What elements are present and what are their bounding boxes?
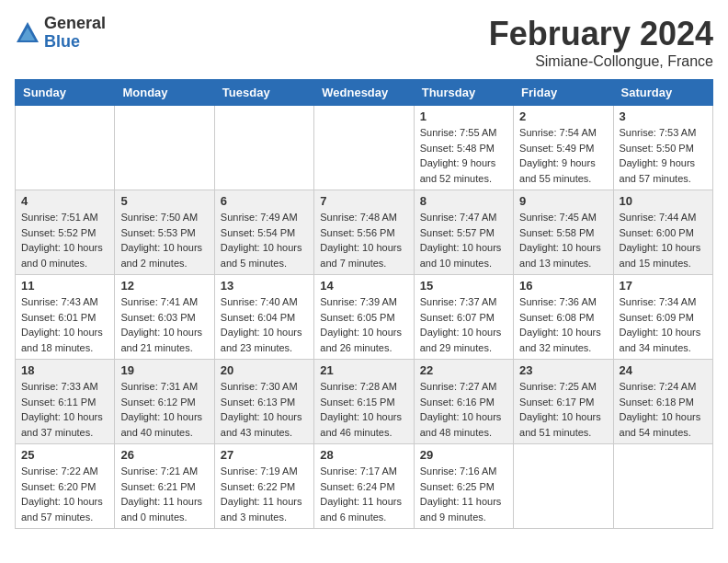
logo-text: General Blue [44,15,106,52]
calendar-cell: 13Sunrise: 7:40 AM Sunset: 6:04 PM Dayli… [214,275,313,360]
calendar-cell: 23Sunrise: 7:25 AM Sunset: 6:17 PM Dayli… [514,360,613,444]
day-number: 5 [120,194,208,208]
day-number: 13 [221,279,308,293]
day-info: Sunrise: 7:51 AM Sunset: 5:52 PM Dayligh… [21,210,108,270]
calendar-cell [115,106,214,190]
day-number: 11 [21,279,108,293]
day-info: Sunrise: 7:49 AM Sunset: 5:54 PM Dayligh… [221,210,308,270]
calendar-cell: 2Sunrise: 7:54 AM Sunset: 5:49 PM Daylig… [514,106,613,190]
day-info: Sunrise: 7:43 AM Sunset: 6:01 PM Dayligh… [21,294,108,355]
weekday-header-tuesday: Tuesday [214,80,313,106]
title-block: February 2024 Simiane-Collongue, France [489,15,713,70]
day-info: Sunrise: 7:34 AM Sunset: 6:09 PM Dayligh… [620,294,707,355]
calendar-week-3: 11Sunrise: 7:43 AM Sunset: 6:01 PM Dayli… [16,275,713,360]
day-info: Sunrise: 7:47 AM Sunset: 5:57 PM Dayligh… [420,210,507,270]
day-number: 23 [519,363,607,377]
day-number: 15 [420,279,507,293]
day-number: 3 [620,109,707,123]
day-info: Sunrise: 7:45 AM Sunset: 5:58 PM Dayligh… [519,210,607,270]
calendar-cell [314,106,414,190]
day-info: Sunrise: 7:36 AM Sunset: 6:08 PM Dayligh… [519,294,607,355]
weekday-header-sunday: Sunday [16,80,115,106]
logo: General Blue [15,15,106,52]
calendar-cell [16,106,115,190]
calendar-cell: 16Sunrise: 7:36 AM Sunset: 6:08 PM Dayli… [514,275,613,360]
calendar-cell: 4Sunrise: 7:51 AM Sunset: 5:52 PM Daylig… [16,190,115,275]
day-number: 8 [420,194,507,208]
calendar-week-1: 1Sunrise: 7:55 AM Sunset: 5:48 PM Daylig… [16,106,713,190]
day-number: 19 [120,363,208,377]
calendar-cell [214,106,313,190]
day-info: Sunrise: 7:30 AM Sunset: 6:13 PM Dayligh… [221,379,308,440]
day-info: Sunrise: 7:55 AM Sunset: 5:48 PM Dayligh… [420,125,507,186]
day-number: 21 [320,363,407,377]
logo-general-text: General [44,15,106,33]
calendar-cell: 6Sunrise: 7:49 AM Sunset: 5:54 PM Daylig… [214,190,313,275]
day-number: 24 [620,363,707,377]
day-number: 17 [620,279,707,293]
day-number: 9 [519,194,607,208]
day-info: Sunrise: 7:37 AM Sunset: 6:07 PM Dayligh… [420,294,507,355]
calendar-cell: 10Sunrise: 7:44 AM Sunset: 6:00 PM Dayli… [613,190,712,275]
weekday-header-row: SundayMondayTuesdayWednesdayThursdayFrid… [16,80,713,106]
day-number: 18 [21,363,108,377]
weekday-header-monday: Monday [115,80,214,106]
day-number: 7 [320,194,407,208]
day-number: 10 [620,194,707,208]
day-number: 25 [21,448,108,462]
calendar-cell: 9Sunrise: 7:45 AM Sunset: 5:58 PM Daylig… [514,190,613,275]
location: Simiane-Collongue, France [489,53,713,70]
weekday-header-friday: Friday [514,80,613,106]
weekday-header-thursday: Thursday [414,80,513,106]
day-info: Sunrise: 7:17 AM Sunset: 6:24 PM Dayligh… [320,464,407,524]
day-number: 20 [221,363,308,377]
calendar-cell: 26Sunrise: 7:21 AM Sunset: 6:21 PM Dayli… [115,444,214,529]
calendar-cell [514,444,613,529]
calendar-cell: 21Sunrise: 7:28 AM Sunset: 6:15 PM Dayli… [314,360,414,444]
day-info: Sunrise: 7:28 AM Sunset: 6:15 PM Dayligh… [320,379,407,440]
calendar-cell: 28Sunrise: 7:17 AM Sunset: 6:24 PM Dayli… [314,444,414,529]
calendar-week-5: 25Sunrise: 7:22 AM Sunset: 6:20 PM Dayli… [16,444,713,529]
day-info: Sunrise: 7:16 AM Sunset: 6:25 PM Dayligh… [420,464,507,524]
day-info: Sunrise: 7:33 AM Sunset: 6:11 PM Dayligh… [21,379,108,440]
calendar-cell: 17Sunrise: 7:34 AM Sunset: 6:09 PM Dayli… [613,275,712,360]
day-info: Sunrise: 7:21 AM Sunset: 6:21 PM Dayligh… [120,464,208,524]
day-number: 4 [21,194,108,208]
day-info: Sunrise: 7:24 AM Sunset: 6:18 PM Dayligh… [620,379,707,440]
logo-icon [15,20,40,46]
month-title: February 2024 [489,15,713,53]
day-number: 26 [120,448,208,462]
calendar-cell [613,444,712,529]
day-info: Sunrise: 7:50 AM Sunset: 5:53 PM Dayligh… [120,210,208,270]
day-number: 16 [519,279,607,293]
calendar-cell: 19Sunrise: 7:31 AM Sunset: 6:12 PM Dayli… [115,360,214,444]
header: General Blue February 2024 Simiane-Collo… [15,15,713,70]
day-number: 28 [320,448,407,462]
calendar-week-4: 18Sunrise: 7:33 AM Sunset: 6:11 PM Dayli… [16,360,713,444]
day-number: 14 [320,279,407,293]
calendar-cell: 24Sunrise: 7:24 AM Sunset: 6:18 PM Dayli… [613,360,712,444]
weekday-header-saturday: Saturday [613,80,712,106]
calendar-cell: 5Sunrise: 7:50 AM Sunset: 5:53 PM Daylig… [115,190,214,275]
day-info: Sunrise: 7:31 AM Sunset: 6:12 PM Dayligh… [120,379,208,440]
day-info: Sunrise: 7:39 AM Sunset: 6:05 PM Dayligh… [320,294,407,355]
day-number: 27 [221,448,308,462]
calendar-cell: 20Sunrise: 7:30 AM Sunset: 6:13 PM Dayli… [214,360,313,444]
calendar-cell: 1Sunrise: 7:55 AM Sunset: 5:48 PM Daylig… [414,106,513,190]
day-info: Sunrise: 7:40 AM Sunset: 6:04 PM Dayligh… [221,294,308,355]
calendar-cell: 27Sunrise: 7:19 AM Sunset: 6:22 PM Dayli… [214,444,313,529]
calendar-cell: 29Sunrise: 7:16 AM Sunset: 6:25 PM Dayli… [414,444,513,529]
calendar-cell: 8Sunrise: 7:47 AM Sunset: 5:57 PM Daylig… [414,190,513,275]
calendar-week-2: 4Sunrise: 7:51 AM Sunset: 5:52 PM Daylig… [16,190,713,275]
calendar-cell: 11Sunrise: 7:43 AM Sunset: 6:01 PM Dayli… [16,275,115,360]
calendar-cell: 15Sunrise: 7:37 AM Sunset: 6:07 PM Dayli… [414,275,513,360]
day-number: 1 [420,109,507,123]
calendar-cell: 14Sunrise: 7:39 AM Sunset: 6:05 PM Dayli… [314,275,414,360]
weekday-header-wednesday: Wednesday [314,80,414,106]
day-info: Sunrise: 7:48 AM Sunset: 5:56 PM Dayligh… [320,210,407,270]
calendar-cell: 25Sunrise: 7:22 AM Sunset: 6:20 PM Dayli… [16,444,115,529]
day-info: Sunrise: 7:53 AM Sunset: 5:50 PM Dayligh… [620,125,707,186]
logo-blue-text: Blue [44,33,106,52]
calendar-cell: 22Sunrise: 7:27 AM Sunset: 6:16 PM Dayli… [414,360,513,444]
calendar-table: SundayMondayTuesdayWednesdayThursdayFrid… [15,79,713,529]
